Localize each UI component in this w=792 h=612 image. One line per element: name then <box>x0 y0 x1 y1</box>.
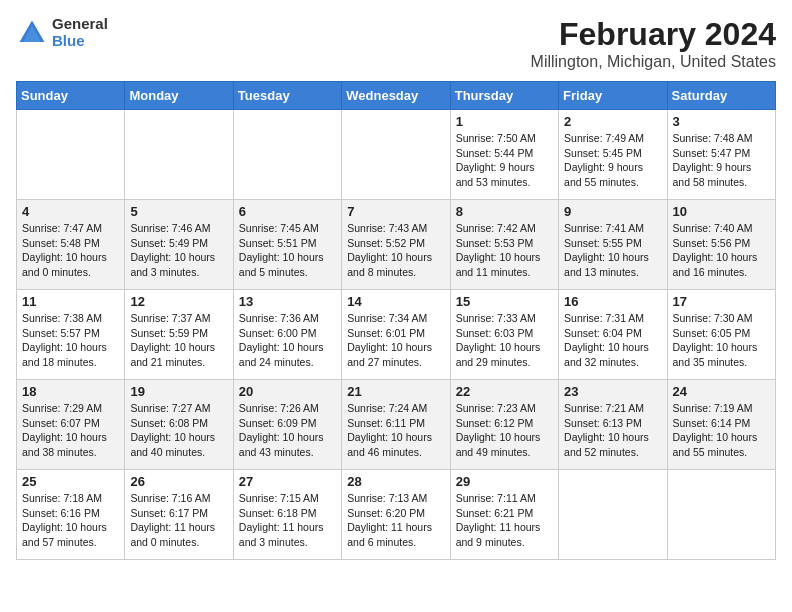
day-content: Sunrise: 7:37 AM Sunset: 5:59 PM Dayligh… <box>130 311 227 370</box>
calendar-week-row: 4Sunrise: 7:47 AM Sunset: 5:48 PM Daylig… <box>17 200 776 290</box>
calendar-cell: 23Sunrise: 7:21 AM Sunset: 6:13 PM Dayli… <box>559 380 667 470</box>
day-number: 5 <box>130 204 227 219</box>
logo-general: General <box>52 16 108 33</box>
day-content: Sunrise: 7:46 AM Sunset: 5:49 PM Dayligh… <box>130 221 227 280</box>
day-content: Sunrise: 7:45 AM Sunset: 5:51 PM Dayligh… <box>239 221 336 280</box>
day-content: Sunrise: 7:15 AM Sunset: 6:18 PM Dayligh… <box>239 491 336 550</box>
logo-text: General Blue <box>52 16 108 49</box>
calendar-cell: 12Sunrise: 7:37 AM Sunset: 5:59 PM Dayli… <box>125 290 233 380</box>
day-number: 21 <box>347 384 444 399</box>
calendar-cell <box>342 110 450 200</box>
calendar-cell <box>667 470 775 560</box>
day-number: 12 <box>130 294 227 309</box>
calendar-week-row: 1Sunrise: 7:50 AM Sunset: 5:44 PM Daylig… <box>17 110 776 200</box>
day-content: Sunrise: 7:19 AM Sunset: 6:14 PM Dayligh… <box>673 401 770 460</box>
calendar-table: SundayMondayTuesdayWednesdayThursdayFrid… <box>16 81 776 560</box>
day-content: Sunrise: 7:43 AM Sunset: 5:52 PM Dayligh… <box>347 221 444 280</box>
title-block: February 2024 Millington, Michigan, Unit… <box>531 16 776 71</box>
day-number: 2 <box>564 114 661 129</box>
weekday-header: Thursday <box>450 82 558 110</box>
calendar-subtitle: Millington, Michigan, United States <box>531 53 776 71</box>
weekday-header: Wednesday <box>342 82 450 110</box>
day-number: 18 <box>22 384 119 399</box>
weekday-header: Tuesday <box>233 82 341 110</box>
calendar-title: February 2024 <box>531 16 776 53</box>
logo-icon <box>16 17 48 49</box>
page-header: General Blue February 2024 Millington, M… <box>16 16 776 71</box>
day-content: Sunrise: 7:29 AM Sunset: 6:07 PM Dayligh… <box>22 401 119 460</box>
day-number: 22 <box>456 384 553 399</box>
calendar-cell: 20Sunrise: 7:26 AM Sunset: 6:09 PM Dayli… <box>233 380 341 470</box>
day-number: 3 <box>673 114 770 129</box>
day-number: 26 <box>130 474 227 489</box>
day-number: 4 <box>22 204 119 219</box>
day-content: Sunrise: 7:31 AM Sunset: 6:04 PM Dayligh… <box>564 311 661 370</box>
weekday-header: Friday <box>559 82 667 110</box>
day-content: Sunrise: 7:42 AM Sunset: 5:53 PM Dayligh… <box>456 221 553 280</box>
calendar-week-row: 11Sunrise: 7:38 AM Sunset: 5:57 PM Dayli… <box>17 290 776 380</box>
calendar-week-row: 25Sunrise: 7:18 AM Sunset: 6:16 PM Dayli… <box>17 470 776 560</box>
calendar-cell: 25Sunrise: 7:18 AM Sunset: 6:16 PM Dayli… <box>17 470 125 560</box>
day-number: 29 <box>456 474 553 489</box>
weekday-header: Sunday <box>17 82 125 110</box>
day-content: Sunrise: 7:11 AM Sunset: 6:21 PM Dayligh… <box>456 491 553 550</box>
calendar-cell: 18Sunrise: 7:29 AM Sunset: 6:07 PM Dayli… <box>17 380 125 470</box>
day-number: 19 <box>130 384 227 399</box>
day-number: 8 <box>456 204 553 219</box>
day-content: Sunrise: 7:38 AM Sunset: 5:57 PM Dayligh… <box>22 311 119 370</box>
day-content: Sunrise: 7:13 AM Sunset: 6:20 PM Dayligh… <box>347 491 444 550</box>
day-number: 17 <box>673 294 770 309</box>
calendar-cell: 3Sunrise: 7:48 AM Sunset: 5:47 PM Daylig… <box>667 110 775 200</box>
day-content: Sunrise: 7:23 AM Sunset: 6:12 PM Dayligh… <box>456 401 553 460</box>
calendar-cell: 27Sunrise: 7:15 AM Sunset: 6:18 PM Dayli… <box>233 470 341 560</box>
day-content: Sunrise: 7:50 AM Sunset: 5:44 PM Dayligh… <box>456 131 553 190</box>
day-content: Sunrise: 7:47 AM Sunset: 5:48 PM Dayligh… <box>22 221 119 280</box>
day-number: 14 <box>347 294 444 309</box>
calendar-cell <box>233 110 341 200</box>
day-content: Sunrise: 7:34 AM Sunset: 6:01 PM Dayligh… <box>347 311 444 370</box>
day-number: 10 <box>673 204 770 219</box>
day-content: Sunrise: 7:36 AM Sunset: 6:00 PM Dayligh… <box>239 311 336 370</box>
day-content: Sunrise: 7:26 AM Sunset: 6:09 PM Dayligh… <box>239 401 336 460</box>
calendar-cell: 11Sunrise: 7:38 AM Sunset: 5:57 PM Dayli… <box>17 290 125 380</box>
day-content: Sunrise: 7:40 AM Sunset: 5:56 PM Dayligh… <box>673 221 770 280</box>
day-content: Sunrise: 7:16 AM Sunset: 6:17 PM Dayligh… <box>130 491 227 550</box>
calendar-cell: 28Sunrise: 7:13 AM Sunset: 6:20 PM Dayli… <box>342 470 450 560</box>
day-content: Sunrise: 7:24 AM Sunset: 6:11 PM Dayligh… <box>347 401 444 460</box>
calendar-cell: 19Sunrise: 7:27 AM Sunset: 6:08 PM Dayli… <box>125 380 233 470</box>
logo-blue: Blue <box>52 33 108 50</box>
day-number: 15 <box>456 294 553 309</box>
calendar-cell <box>559 470 667 560</box>
calendar-cell <box>17 110 125 200</box>
day-number: 25 <box>22 474 119 489</box>
day-number: 28 <box>347 474 444 489</box>
calendar-cell: 10Sunrise: 7:40 AM Sunset: 5:56 PM Dayli… <box>667 200 775 290</box>
calendar-week-row: 18Sunrise: 7:29 AM Sunset: 6:07 PM Dayli… <box>17 380 776 470</box>
calendar-cell: 13Sunrise: 7:36 AM Sunset: 6:00 PM Dayli… <box>233 290 341 380</box>
weekday-header: Saturday <box>667 82 775 110</box>
day-content: Sunrise: 7:27 AM Sunset: 6:08 PM Dayligh… <box>130 401 227 460</box>
logo: General Blue <box>16 16 108 49</box>
calendar-cell: 26Sunrise: 7:16 AM Sunset: 6:17 PM Dayli… <box>125 470 233 560</box>
calendar-cell: 8Sunrise: 7:42 AM Sunset: 5:53 PM Daylig… <box>450 200 558 290</box>
day-number: 16 <box>564 294 661 309</box>
day-content: Sunrise: 7:49 AM Sunset: 5:45 PM Dayligh… <box>564 131 661 190</box>
calendar-cell <box>125 110 233 200</box>
calendar-cell: 7Sunrise: 7:43 AM Sunset: 5:52 PM Daylig… <box>342 200 450 290</box>
day-content: Sunrise: 7:48 AM Sunset: 5:47 PM Dayligh… <box>673 131 770 190</box>
calendar-cell: 2Sunrise: 7:49 AM Sunset: 5:45 PM Daylig… <box>559 110 667 200</box>
calendar-cell: 14Sunrise: 7:34 AM Sunset: 6:01 PM Dayli… <box>342 290 450 380</box>
day-content: Sunrise: 7:18 AM Sunset: 6:16 PM Dayligh… <box>22 491 119 550</box>
day-content: Sunrise: 7:30 AM Sunset: 6:05 PM Dayligh… <box>673 311 770 370</box>
day-number: 7 <box>347 204 444 219</box>
calendar-cell: 6Sunrise: 7:45 AM Sunset: 5:51 PM Daylig… <box>233 200 341 290</box>
day-number: 24 <box>673 384 770 399</box>
calendar-cell: 21Sunrise: 7:24 AM Sunset: 6:11 PM Dayli… <box>342 380 450 470</box>
calendar-cell: 1Sunrise: 7:50 AM Sunset: 5:44 PM Daylig… <box>450 110 558 200</box>
calendar-cell: 24Sunrise: 7:19 AM Sunset: 6:14 PM Dayli… <box>667 380 775 470</box>
calendar-cell: 4Sunrise: 7:47 AM Sunset: 5:48 PM Daylig… <box>17 200 125 290</box>
day-number: 27 <box>239 474 336 489</box>
calendar-cell: 16Sunrise: 7:31 AM Sunset: 6:04 PM Dayli… <box>559 290 667 380</box>
calendar-cell: 29Sunrise: 7:11 AM Sunset: 6:21 PM Dayli… <box>450 470 558 560</box>
day-number: 1 <box>456 114 553 129</box>
